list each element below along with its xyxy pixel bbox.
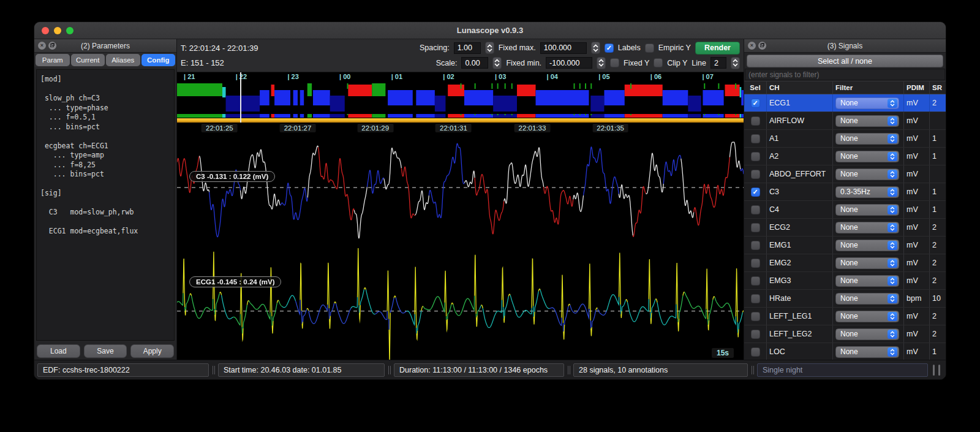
spacing-spinner[interactable]: 1.00 (454, 42, 481, 54)
filter-dropdown-emg2[interactable]: None (835, 257, 899, 269)
column-header-sel[interactable]: Sel (744, 81, 766, 94)
config-editor[interactable]: [mod] slow_ph ch=C3 ... type=phase ... f… (36, 69, 175, 341)
fixed-y-checkbox[interactable] (610, 58, 619, 67)
hour-tick-label: | 01 (391, 73, 402, 80)
viewer-panel: T: 22:01:24 - 22:01:39 Spacing:1.00Fixed… (177, 39, 744, 360)
signal-name: C4 (766, 201, 832, 218)
window-titlebar[interactable]: Lunascope v0.9.3 (34, 22, 946, 39)
signal-checkbox-left_leg2[interactable] (751, 330, 760, 339)
signal-row-emg2[interactable]: EMG2NonemV2 (744, 254, 946, 272)
signal-row-airflow[interactable]: AIRFLOWNonemV (744, 112, 946, 130)
signal-checkbox-ecg1[interactable]: ✓ (751, 99, 760, 108)
filter-dropdown-a1[interactable]: None (835, 133, 899, 145)
clip-y-checkbox[interactable] (654, 58, 663, 67)
signal-checkbox-emg3[interactable] (751, 276, 760, 286)
status-splitter[interactable] (211, 365, 216, 376)
filter-dropdown-value: None (836, 330, 888, 338)
signals-table-body[interactable]: ✓ECG1NonemV2AIRFLOWNonemVA1NonemV1A2None… (744, 94, 946, 360)
night-mode-field[interactable]: Single night (757, 363, 928, 377)
signal-checkbox-emg2[interactable] (751, 259, 760, 268)
empiric-y-checkbox[interactable] (645, 44, 654, 53)
signal-checkbox-c3[interactable]: ✓ (751, 188, 760, 197)
tab-param[interactable]: Param (36, 54, 70, 66)
spinner-stepper[interactable] (492, 57, 502, 69)
column-header-ch[interactable]: CH (766, 81, 832, 94)
save-button[interactable]: Save (84, 344, 127, 358)
signal-checkbox-a2[interactable] (751, 152, 760, 161)
timeline-selection-band[interactable] (177, 118, 744, 123)
signal-row-left_leg2[interactable]: LEFT_LEG2NonemV2 (744, 325, 946, 343)
filter-dropdown-hrate[interactable]: None (835, 293, 899, 305)
fixedmax-spinner[interactable]: 100.000 (540, 42, 587, 54)
filter-dropdown-abdo_effort[interactable]: None (835, 169, 899, 180)
signal-row-ecg2[interactable]: ECG2NonemV2 (744, 219, 946, 237)
fixedmin-spinner[interactable]: -100.000 (546, 57, 592, 69)
signal-row-hrate[interactable]: HRateNonebpm10 (744, 290, 946, 308)
column-header-filter[interactable]: Filter (832, 81, 903, 94)
select-all-none-button[interactable]: Select all / none (747, 55, 943, 67)
status-splitter[interactable] (750, 365, 755, 376)
apply-button[interactable]: Apply (130, 344, 174, 358)
signal-row-left_leg1[interactable]: LEFT_LEG1NonemV2 (744, 308, 946, 325)
signal-row-loc[interactable]: LOCNonemV1 (744, 343, 946, 360)
signal-checkbox-emg1[interactable] (751, 241, 760, 250)
signal-row-c4[interactable]: C4NonemV1 (744, 201, 946, 219)
line-spinner[interactable]: 2 (710, 57, 726, 69)
status-splitter[interactable] (387, 365, 391, 376)
signal-row-abdo_effort[interactable]: ABDO_EFFORTNonemV (744, 165, 946, 183)
signal-pdim: mV (903, 201, 929, 218)
signal-row-emg1[interactable]: EMG1NonemV2 (744, 237, 946, 254)
tab-config[interactable]: Config (141, 54, 176, 66)
filter-dropdown-value: None (836, 170, 888, 178)
signal-row-emg3[interactable]: EMG3NonemV2 (744, 272, 946, 290)
signal-row-c3[interactable]: ✓C30.3-35HzmV1 (744, 183, 946, 201)
tab-aliases[interactable]: Aliases (106, 54, 140, 66)
signal-filter-input[interactable] (745, 69, 945, 80)
signal-checkbox-ecg2[interactable] (751, 223, 760, 232)
signal-checkbox-c4[interactable] (751, 205, 760, 214)
filter-dropdown-a2[interactable]: None (835, 151, 899, 162)
spinner-stepper[interactable] (597, 57, 606, 69)
filter-dropdown-ecg1[interactable]: None (835, 97, 899, 109)
scale-spinner[interactable]: 0.00 (461, 57, 488, 69)
filter-dropdown-emg1[interactable]: None (835, 240, 899, 251)
hypnogram-band[interactable] (177, 83, 744, 118)
signal-row-a2[interactable]: A2NonemV1 (744, 148, 946, 165)
signal-samplerate: 2 (929, 237, 946, 254)
timeline-cursor[interactable] (240, 72, 241, 123)
column-header-pdim[interactable]: PDIM (903, 81, 929, 94)
column-header-sr[interactable]: SR (929, 81, 946, 94)
signal-pdim: mV (903, 112, 929, 129)
filter-dropdown-c4[interactable]: None (835, 204, 899, 216)
statusbar-grip[interactable] (933, 365, 940, 376)
status-splitter[interactable] (567, 365, 571, 376)
labels-checkbox[interactable]: ✓ (605, 44, 614, 53)
filter-dropdown-c3[interactable]: 0.3-35Hz (835, 186, 899, 198)
signal-checkbox-a1[interactable] (751, 134, 760, 143)
tab-current[interactable]: Current (71, 54, 105, 66)
signal-checkbox-airflow[interactable] (751, 116, 760, 126)
signal-checkbox-abdo_effort[interactable] (751, 170, 760, 179)
filter-dropdown-emg3[interactable]: None (835, 275, 899, 287)
signal-checkbox-left_leg1[interactable] (751, 312, 760, 321)
filter-dropdown-left_leg1[interactable]: None (835, 311, 899, 322)
filter-dropdown-loc[interactable]: None (835, 346, 899, 358)
parameters-panel: × (2) Parameters ParamCurrentAliasesConf… (34, 39, 177, 360)
signal-checkbox-loc[interactable] (751, 347, 760, 357)
render-button[interactable]: Render (695, 42, 740, 55)
signal-row-ecg1[interactable]: ✓ECG1NonemV2 (744, 94, 946, 112)
signal-row-a1[interactable]: A1NonemV1 (744, 130, 946, 148)
line-stepper[interactable] (731, 57, 740, 69)
load-button[interactable]: Load (37, 344, 80, 358)
filter-dropdown-left_leg2[interactable]: None (835, 328, 899, 340)
signals-panel-title: (3) Signals (744, 42, 946, 50)
spinner-stepper[interactable] (485, 42, 494, 54)
spinner-stepper[interactable] (591, 42, 600, 54)
signal-checkbox-hrate[interactable] (751, 294, 760, 303)
fixedmax-label: Fixed max. (499, 44, 536, 52)
fixed-y-checkbox-label: Fixed Y (624, 59, 649, 67)
signal-traces-canvas[interactable] (177, 135, 744, 360)
filter-dropdown-airflow[interactable]: None (835, 115, 899, 127)
filter-dropdown-ecg2[interactable]: None (835, 222, 899, 233)
signal-plot-area[interactable]: C3 -0.131 : 0.122 (mV) ECG1 -0.145 : 0.2… (177, 135, 744, 360)
